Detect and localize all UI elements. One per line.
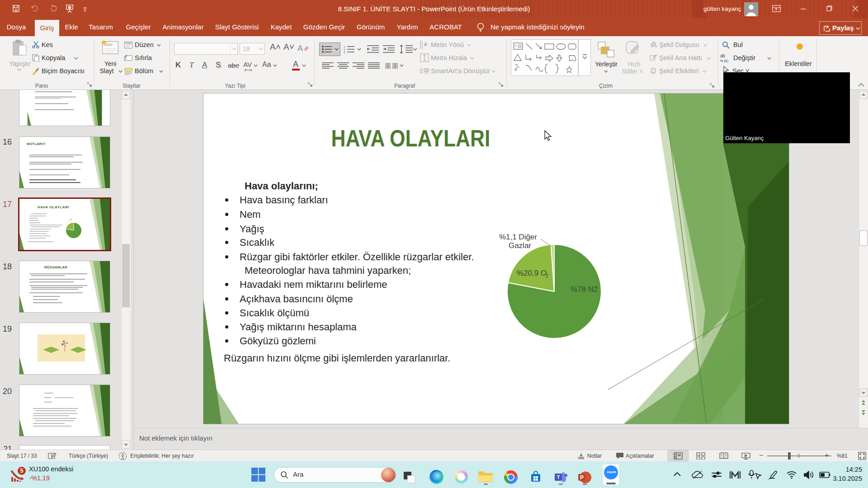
svg-text:ab: ab (720, 53, 726, 58)
svg-text:NOTLAR!!!: NOTLAR!!! (27, 142, 45, 146)
svg-text:%1,1 Diğer: %1,1 Diğer (499, 233, 537, 241)
svg-text:2: 2 (546, 273, 548, 278)
svg-text:T: T (557, 474, 560, 480)
svg-text:3: 3 (344, 51, 345, 53)
svg-text:A: A (297, 44, 303, 53)
svg-text:ac: ac (724, 58, 729, 63)
svg-text:%20,9 O: %20,9 O (517, 269, 547, 277)
svg-text:%78 N2: %78 N2 (571, 285, 598, 294)
svg-text:5: 5 (20, 467, 23, 474)
svg-text:P: P (580, 474, 584, 481)
svg-text:HAVA OLAYLARI: HAVA OLAYLARI (38, 205, 69, 209)
svg-text:RÜZGARLAR: RÜZGARLAR (44, 265, 67, 269)
svg-text:Gazlar: Gazlar (509, 241, 531, 250)
